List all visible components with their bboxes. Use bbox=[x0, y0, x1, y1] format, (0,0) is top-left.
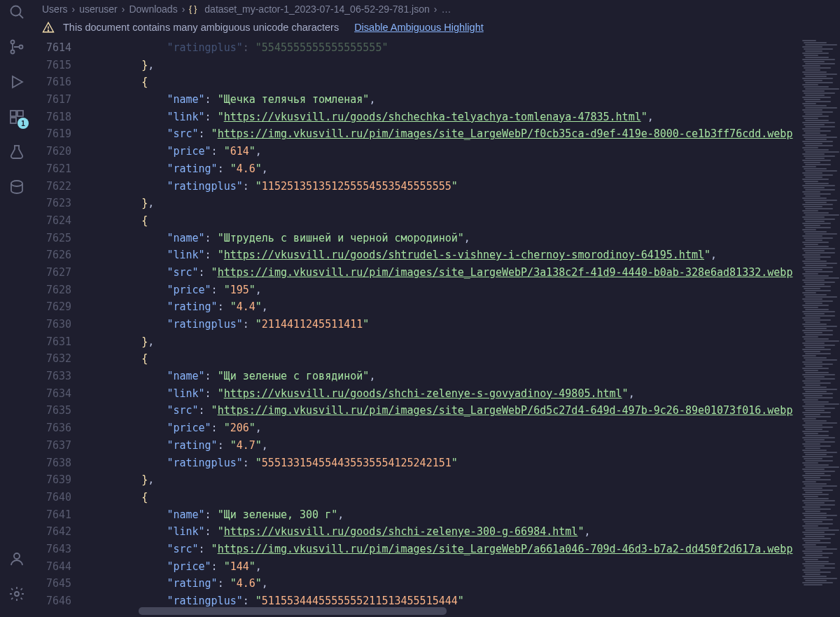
line-number: 7626 bbox=[34, 247, 71, 264]
svg-rect-7 bbox=[18, 111, 23, 116]
code-line[interactable]: "link": "https://vkusvill.ru/goods/shtru… bbox=[91, 247, 801, 264]
breadcrumb-segment[interactable]: Users bbox=[42, 4, 68, 15]
breadcrumb-file[interactable]: dataset_my-actor-1_2023-07-14_06-52-29-7… bbox=[204, 4, 429, 15]
line-number: 7628 bbox=[34, 282, 71, 299]
breadcrumbs[interactable]: Users › useruser › Downloads › { } datas… bbox=[34, 0, 840, 15]
code-line[interactable]: "name": "Щечка телячья томленая", bbox=[91, 91, 801, 109]
line-number: 7646 bbox=[34, 592, 71, 610]
svg-marker-5 bbox=[13, 76, 22, 88]
line-number: 7643 bbox=[34, 541, 71, 558]
breadcrumb-segment[interactable]: Downloads bbox=[129, 4, 177, 15]
warning-bar: This document contains many ambiguous un… bbox=[34, 15, 840, 39]
line-number: 7616 bbox=[34, 74, 71, 91]
code-line[interactable]: "price": "144", bbox=[91, 558, 801, 576]
line-number: 7642 bbox=[34, 523, 71, 541]
code-line[interactable]: }, bbox=[91, 195, 801, 212]
code-line[interactable]: "rating": "4.4", bbox=[91, 298, 801, 316]
code-line[interactable]: "ratingplus": "5551331545544355355541252… bbox=[91, 455, 801, 472]
code-line[interactable]: }, bbox=[91, 471, 801, 489]
horizontal-scrollbar-thumb[interactable] bbox=[139, 607, 447, 615]
chevron-right-icon: › bbox=[434, 4, 438, 15]
activity-bar: 1 bbox=[0, 0, 34, 617]
svg-point-11 bbox=[15, 592, 19, 596]
line-number: 7614 bbox=[34, 39, 71, 57]
code-line[interactable]: "name": "Щи зеленые, 300 г", bbox=[91, 506, 801, 524]
svg-point-10 bbox=[14, 553, 20, 559]
settings-icon[interactable] bbox=[8, 585, 26, 603]
code-line[interactable]: "link": "https://vkusvill.ru/goods/shchi… bbox=[91, 385, 801, 403]
line-number: 7630 bbox=[34, 316, 71, 333]
code-line[interactable]: "ratingplus": "2114411245511411" bbox=[91, 316, 801, 333]
line-number: 7636 bbox=[34, 420, 71, 437]
svg-point-0 bbox=[11, 6, 21, 16]
code-line[interactable]: "price": "206", bbox=[91, 420, 801, 437]
line-number: 7639 bbox=[34, 471, 71, 489]
code-line[interactable]: "ratingplus": "1152513513512555545535455… bbox=[91, 178, 801, 195]
code-line[interactable]: "name": "Щи зеленые с говядиной", bbox=[91, 368, 801, 385]
horizontal-scrollbar[interactable] bbox=[91, 607, 609, 615]
line-number: 7618 bbox=[34, 109, 71, 126]
code-content[interactable]: "ratingplus": "5545555555555555555" }, {… bbox=[91, 39, 801, 617]
extensions-badge: 1 bbox=[18, 118, 29, 129]
code-line[interactable]: { bbox=[91, 74, 801, 91]
chevron-right-icon: › bbox=[122, 4, 125, 15]
line-number: 7631 bbox=[34, 333, 71, 351]
account-icon[interactable] bbox=[8, 550, 26, 568]
code-line[interactable]: }, bbox=[91, 57, 801, 74]
code-line[interactable]: "ratingplus": "5545555555555555555" bbox=[91, 39, 801, 57]
svg-text:{ }: { } bbox=[189, 4, 197, 14]
json-file-icon: { } bbox=[189, 4, 200, 15]
line-number: 7634 bbox=[34, 385, 71, 403]
line-number: 7645 bbox=[34, 575, 71, 592]
warning-text: This document contains many ambiguous un… bbox=[63, 22, 339, 33]
editor-main: Users › useruser › Downloads › { } datas… bbox=[34, 0, 840, 617]
source-control-icon[interactable] bbox=[8, 38, 26, 56]
code-line[interactable]: "src": "https://img.vkusvill.ru/pim/imag… bbox=[91, 541, 801, 558]
line-number: 7641 bbox=[34, 506, 71, 524]
svg-point-14 bbox=[48, 30, 48, 31]
minimap[interactable] bbox=[801, 39, 840, 617]
code-line[interactable]: "price": "614", bbox=[91, 143, 801, 160]
line-number: 7629 bbox=[34, 298, 71, 316]
code-line[interactable]: { bbox=[91, 212, 801, 230]
code-line[interactable]: "rating": "4.7", bbox=[91, 437, 801, 455]
code-line[interactable]: "rating": "4.6", bbox=[91, 160, 801, 178]
svg-point-3 bbox=[11, 50, 15, 54]
svg-rect-8 bbox=[10, 118, 16, 123]
code-line[interactable]: "src": "https://img.vkusvill.ru/pim/imag… bbox=[91, 402, 801, 420]
line-number: 7619 bbox=[34, 125, 71, 143]
code-line[interactable]: "src": "https://img.vkusvill.ru/pim/imag… bbox=[91, 264, 801, 282]
code-line[interactable]: { bbox=[91, 489, 801, 506]
line-number: 7644 bbox=[34, 558, 71, 576]
database-icon[interactable] bbox=[8, 178, 26, 196]
svg-point-4 bbox=[20, 46, 23, 49]
search-icon[interactable] bbox=[8, 3, 26, 21]
chevron-right-icon: › bbox=[72, 4, 76, 15]
svg-line-1 bbox=[20, 15, 24, 19]
breadcrumb-trailing[interactable]: … bbox=[441, 4, 451, 15]
disable-highlight-link[interactable]: Disable Ambiguous Highlight bbox=[354, 22, 484, 33]
line-number: 7632 bbox=[34, 350, 71, 368]
code-line[interactable]: }, bbox=[91, 333, 801, 351]
editor-area[interactable]: 7614761576167617761876197620762176227623… bbox=[34, 39, 840, 617]
code-line[interactable]: "link": "https://vkusvill.ru/goods/shchi… bbox=[91, 523, 801, 541]
code-line[interactable]: "src": "https://img.vkusvill.ru/pim/imag… bbox=[91, 125, 801, 143]
line-number: 7620 bbox=[34, 143, 71, 160]
svg-rect-6 bbox=[10, 111, 16, 116]
breadcrumb-segment[interactable]: useruser bbox=[79, 4, 117, 15]
line-number: 7637 bbox=[34, 437, 71, 455]
line-number: 7633 bbox=[34, 368, 71, 385]
code-line[interactable]: "rating": "4.6", bbox=[91, 575, 801, 592]
code-line[interactable]: "link": "https://vkusvill.ru/goods/shche… bbox=[91, 109, 801, 126]
testing-icon[interactable] bbox=[8, 143, 26, 161]
run-debug-icon[interactable] bbox=[8, 73, 26, 91]
line-number: 7623 bbox=[34, 195, 71, 212]
code-line[interactable]: { bbox=[91, 350, 801, 368]
svg-point-2 bbox=[11, 41, 15, 44]
code-line[interactable]: "name": "Штрудель с вишней и черной смор… bbox=[91, 230, 801, 247]
line-number: 7615 bbox=[34, 57, 71, 74]
warning-icon bbox=[42, 21, 55, 34]
code-line[interactable]: "price": "195", bbox=[91, 282, 801, 299]
chevron-right-icon: › bbox=[182, 4, 186, 15]
extensions-icon[interactable]: 1 bbox=[8, 108, 26, 126]
